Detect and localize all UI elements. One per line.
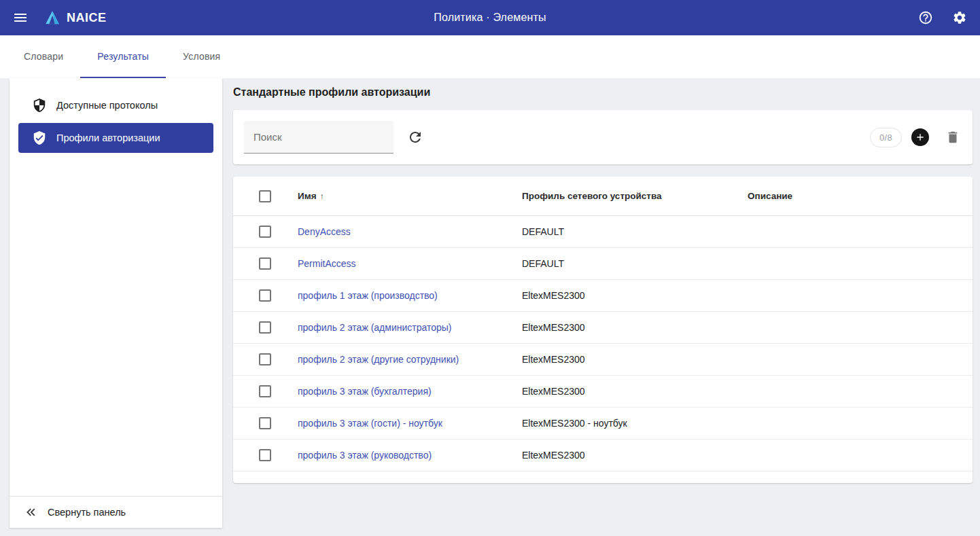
row-device-profile: EltexMES2300 [522,354,748,365]
tab-conditions[interactable]: Условия [166,35,237,78]
menu-icon[interactable] [12,10,29,26]
sidebar-item-label: Доступные протоколы [56,100,158,111]
tab-dictionaries[interactable]: Словари [7,35,80,78]
row-device-profile: EltexMES2300 - ноутбук [522,418,748,429]
search-input[interactable] [252,130,385,143]
table-row: профиль 1 этаж (производство) EltexMES23… [233,280,973,312]
sidebar-item-authorization-profiles[interactable]: Профили авторизации [18,123,213,153]
help-icon[interactable] [917,10,934,26]
table-row: профиль 3 этаж (гости) - ноутбук EltexME… [233,408,973,440]
collapse-panel-button[interactable]: Свернуть панель [10,496,222,528]
row-checkbox[interactable] [259,321,271,334]
search-field [244,121,393,154]
selection-count-badge: 0/8 [870,128,902,147]
table-row: PermitAccess DEFAULT [233,248,973,280]
section-title: Стандартные профили авторизации [233,86,973,99]
row-checkbox[interactable] [259,353,271,365]
refresh-icon[interactable] [406,128,425,147]
sidebar: Доступные протоколы Профили авторизации … [10,78,222,528]
page-title: Политика · Элементы [434,12,546,24]
row-device-profile: EltexMES2300 [522,290,748,301]
column-header-description[interactable]: Описание [748,191,973,201]
double-chevron-left-icon [23,505,38,520]
tabbar: Словари Результаты Условия [0,35,980,78]
sort-asc-icon: ↑ [320,191,325,201]
row-checkbox[interactable] [259,385,271,397]
row-checkbox[interactable] [259,226,271,238]
row-device-profile: EltexMES2300 [522,450,748,461]
brand: NAICE [43,9,107,26]
sidebar-item-label: Профили авторизации [56,132,160,143]
column-header-name-label: Имя [298,191,317,201]
row-device-profile: EltexMES2300 [522,322,748,333]
row-name-link[interactable]: профиль 2 этаж (администраторы) [298,322,452,333]
row-checkbox[interactable] [259,449,271,461]
table-row: профиль 3 этаж (бухгалтерия) EltexMES230… [233,376,973,408]
row-name-link[interactable]: DenyAccess [298,226,351,237]
row-checkbox[interactable] [259,257,271,270]
table-row: профиль 2 этаж (администраторы) EltexMES… [233,312,973,344]
row-name-link[interactable]: профиль 3 этаж (бухгалтерия) [298,386,432,397]
sidebar-item-available-protocols[interactable]: Доступные протоколы [18,90,213,120]
settings-gear-icon[interactable] [951,10,968,26]
table-header-row: Имя↑ Профиль сетевого устройства Описани… [233,177,973,216]
profiles-table: Имя↑ Профиль сетевого устройства Описани… [233,177,973,483]
row-name-link[interactable]: PermitAccess [298,258,356,269]
select-all-checkbox[interactable] [259,190,271,202]
delete-icon[interactable] [944,128,962,146]
row-checkbox[interactable] [259,289,271,302]
tab-results[interactable]: Результаты [80,35,166,78]
column-header-device-profile[interactable]: Профиль сетевого устройства [522,191,748,201]
row-device-profile: DEFAULT [522,258,748,269]
row-checkbox[interactable] [259,417,271,429]
row-name-link[interactable]: профиль 2 этаж (другие сотрудники) [298,354,459,365]
collapse-panel-label: Свернуть панель [48,507,126,518]
row-device-profile: DEFAULT [522,226,748,237]
naice-logo-icon [43,9,61,26]
security-shield-icon [32,98,47,113]
row-name-link[interactable]: профиль 1 этаж (производство) [298,290,438,301]
brand-name: NAICE [67,11,107,25]
table-row: профиль 2 этаж (другие сотрудники) Eltex… [233,344,973,376]
table-body: DenyAccess DEFAULT PermitAccess DEFAULT … [233,216,973,471]
toolbar: 0/8 [233,110,973,164]
appbar: NAICE Политика · Элементы [0,0,980,35]
row-name-link[interactable]: профиль 3 этаж (гости) - ноутбук [298,418,442,429]
column-header-name[interactable]: Имя↑ [298,191,522,201]
table-row: профиль 3 этаж (руководство) EltexMES230… [233,440,973,471]
row-name-link[interactable]: профиль 3 этаж (руководство) [298,450,432,461]
row-device-profile: EltexMES2300 [522,386,748,397]
add-button[interactable] [911,128,929,146]
verified-user-shield-icon [32,130,47,145]
table-row: DenyAccess DEFAULT [233,216,973,248]
